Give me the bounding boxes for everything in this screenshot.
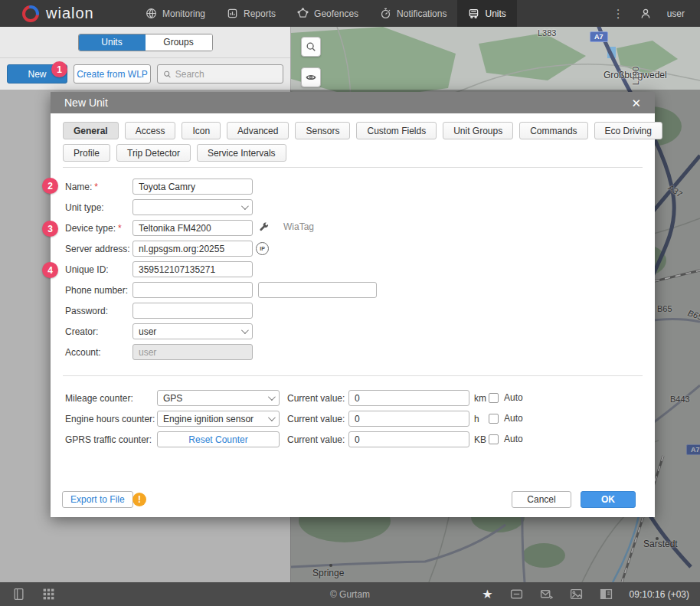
password-label: Password: [65, 306, 108, 316]
create-from-wlp-button[interactable]: Create from WLP [74, 64, 151, 84]
engine-hours-current-value-field[interactable] [348, 411, 469, 427]
nav-item-units[interactable]: Units [457, 0, 516, 27]
unit-type-label: Unit type: [65, 202, 104, 213]
tab-custom-fields[interactable]: Custom Fields [356, 122, 437, 139]
callout-badge-1: 1 [51, 61, 67, 77]
mileage-counter-select[interactable]: GPS [157, 390, 280, 406]
tab-profile[interactable]: Profile [63, 144, 110, 162]
media-icon[interactable] [570, 588, 583, 601]
tab-access[interactable]: Access [125, 122, 176, 139]
dialog-title: New Unit [64, 97, 108, 109]
nav-item-reports[interactable]: Reports [216, 0, 286, 27]
mileage-auto-checkbox[interactable] [489, 393, 499, 403]
tab-service-intervals[interactable]: Service Intervals [197, 144, 286, 162]
engine-hours-counter-label: Engine hours counter: [65, 414, 155, 424]
password-field[interactable] [132, 303, 253, 319]
nav-label: Notifications [397, 8, 446, 19]
gprs-current-value-field[interactable] [348, 431, 469, 447]
tab-groups[interactable]: Groups [146, 34, 212, 51]
clock-label: 09:10:16 (+03) [630, 589, 689, 600]
panel-buttons-row: New Create from WLP [0, 58, 290, 90]
callout-badge-2: 2 [42, 178, 58, 194]
search-icon [163, 70, 172, 79]
tab-advanced[interactable]: Advanced [227, 122, 289, 139]
left-panel: Units Groups New Create from WLP [0, 27, 291, 90]
close-icon[interactable]: ✕ [631, 97, 641, 109]
unit-type-select[interactable] [132, 199, 253, 215]
map-search-button[interactable] [301, 37, 321, 57]
tab-unit-groups[interactable]: Unit Groups [443, 122, 513, 139]
unit-search [157, 64, 283, 84]
nav-item-geofences[interactable]: Geofences [286, 0, 369, 27]
statusbar-left [12, 588, 55, 601]
required-asterisk: * [94, 182, 98, 192]
dialog-tabs-row2: Profile Trip Detector Service Intervals [63, 144, 643, 162]
nav-item-notifications[interactable]: Notifications [369, 0, 457, 27]
bus-icon [468, 8, 479, 19]
tab-units[interactable]: Units [79, 34, 146, 51]
tab-trip-detector[interactable]: Trip Detector [116, 144, 191, 162]
apps-grid-icon[interactable] [42, 588, 55, 601]
ip-icon[interactable]: IP [256, 242, 269, 255]
tab-eco-driving[interactable]: Eco Driving [594, 122, 662, 139]
notes-icon[interactable] [510, 588, 523, 601]
map-visibility-button[interactable] [301, 67, 321, 87]
export-to-file-button[interactable]: Export to File [62, 491, 133, 508]
favorites-star-icon[interactable]: ★ [482, 588, 492, 601]
mileage-unit-label: km [474, 393, 486, 404]
required-asterisk: * [118, 223, 122, 234]
warning-icon[interactable]: ! [132, 493, 146, 506]
creator-label: Creator: [65, 326, 98, 337]
chevron-down-icon [241, 326, 249, 334]
ok-button[interactable]: OK [581, 491, 636, 508]
report-icon [227, 8, 238, 19]
mileage-current-value-field[interactable] [348, 390, 469, 406]
unique-id-field[interactable] [132, 261, 253, 277]
nav-item-monitoring[interactable]: Monitoring [135, 0, 216, 27]
account-label: Account: [65, 347, 101, 358]
engine-hours-counter-select[interactable]: Engine ignition sensor [157, 411, 280, 427]
form-row-creator: Creator: user [51, 323, 655, 343]
tab-general[interactable]: General [63, 122, 119, 139]
gprs-traffic-counter-row: GPRS traffic counter: Reset Counter Curr… [51, 431, 655, 451]
callout-badge-4: 4 [42, 262, 58, 278]
creator-select[interactable]: user [132, 323, 253, 339]
tab-commands[interactable]: Commands [519, 122, 587, 139]
phone-field-1[interactable] [132, 282, 253, 298]
tab-icon[interactable]: Icon [182, 122, 221, 139]
wrench-icon[interactable] [259, 221, 270, 232]
callout-badge-3: 3 [42, 221, 58, 237]
reset-counter-button[interactable]: Reset Counter [157, 431, 280, 447]
device-type-field[interactable] [132, 220, 253, 236]
app-root: wialon Monitoring Reports Geofences Noti… [0, 0, 700, 606]
account-field [132, 344, 253, 360]
server-address-label: Server address: [65, 244, 130, 254]
name-field[interactable] [132, 179, 253, 195]
current-value-label: Current value: [287, 434, 345, 445]
collapse-panel-icon[interactable] [12, 588, 25, 601]
panel-tabs-row: Units Groups [0, 27, 290, 58]
user-icon[interactable] [639, 8, 652, 20]
eye-icon [306, 72, 316, 83]
form-row-account: Account: [51, 343, 655, 364]
auto-label: Auto [504, 413, 523, 424]
journal-icon[interactable] [600, 588, 613, 601]
wialon-logo[interactable]: wialon [21, 5, 121, 23]
engine-hours-auto-checkbox[interactable] [489, 414, 499, 424]
cancel-button[interactable]: Cancel [512, 491, 571, 508]
unique-id-label: Unique ID: [65, 264, 109, 275]
user-name[interactable]: user [667, 8, 685, 19]
counters-section: Mileage counter: GPS Current value: km A… [51, 389, 655, 451]
units-groups-switch: Units Groups [78, 34, 213, 51]
more-menu-icon[interactable]: ⋮ [613, 7, 624, 21]
phone-field-2[interactable] [258, 282, 377, 298]
search-input[interactable] [175, 69, 277, 80]
gprs-auto-checkbox[interactable] [489, 434, 499, 444]
messages-icon[interactable] [540, 588, 553, 601]
wiatag-label[interactable]: WiaTag [283, 221, 314, 232]
general-form: Name:* Unit type: Device type:* WiaTag S… [51, 178, 655, 364]
gprs-unit-label: KB [474, 434, 486, 445]
server-address-field[interactable] [132, 241, 253, 257]
engine-hours-unit-label: h [474, 414, 479, 424]
tab-sensors[interactable]: Sensors [295, 122, 350, 139]
